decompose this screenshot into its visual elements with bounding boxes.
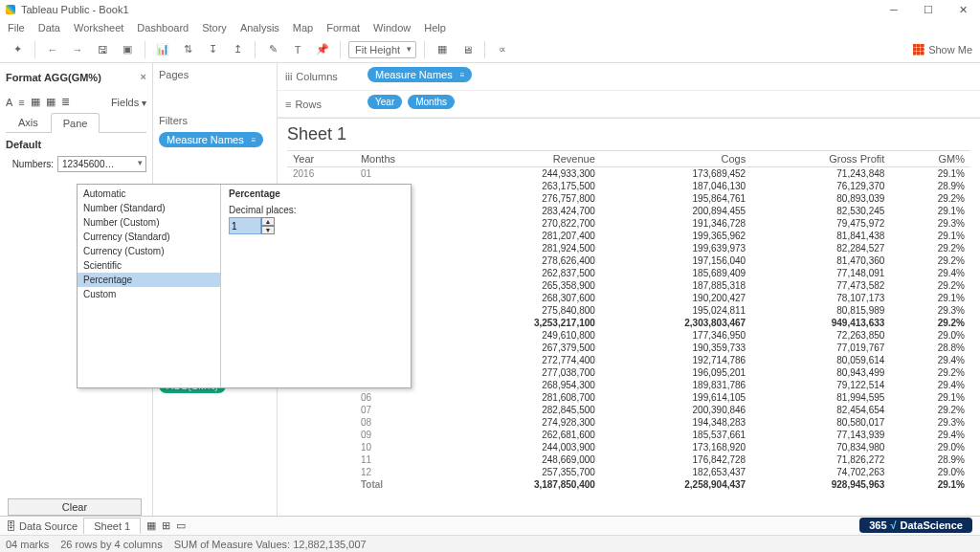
popup-heading: Percentage [229,188,403,199]
device-icon[interactable]: 🖥 [457,40,477,59]
col-revenue[interactable]: Revenue [451,151,601,167]
window-title: Tableau Public - Book1 [21,4,129,15]
col-year[interactable]: Year [287,151,355,167]
pin-icon[interactable]: 📌 [313,40,332,59]
status-dims: 26 rows by 4 columns [60,539,162,550]
menu-format[interactable]: Format [326,22,360,33]
forward-button[interactable]: → [68,40,87,59]
format-option[interactable]: Scientific [78,258,220,273]
decimal-places-label: Decimal places: [229,205,403,215]
spinner-down[interactable]: ▼ [261,226,275,234]
sheet-title: Sheet 1 [278,119,980,150]
status-sum: SUM of Measure Values: 12,882,135,007 [174,539,367,550]
menu-file[interactable]: File [8,22,25,33]
rows-pill-year[interactable]: Year [368,95,402,109]
filter-pill-measure-names[interactable]: Measure Names≡ [159,132,263,147]
table-row[interactable]: 08274,928,300194,348,28380,580,01729.3% [287,416,970,429]
format-option[interactable]: Percentage [78,273,220,287]
format-option[interactable]: Custom [78,287,220,301]
new-dashboard-icon[interactable]: ⊞ [162,519,170,532]
align-icon[interactable]: ≡ [18,97,24,108]
table-row[interactable]: 10244,003,900173,168,92070,834,98029.0% [287,441,970,453]
axis-tab[interactable]: Axis [6,112,51,132]
col-gm[interactable]: GM% [890,151,970,167]
numbers-combo[interactable]: 12345600… [57,156,146,172]
menu-analysis[interactable]: Analysis [240,22,279,33]
columns-shelf-label: iii Columns [285,71,362,82]
data-source-tab[interactable]: 🗄 Data Source [6,520,78,532]
fields-dropdown[interactable]: Fields ▾ [111,97,146,108]
table-row[interactable]: 06281,608,700199,614,10581,994,59529.1% [287,391,970,404]
spinner-up[interactable]: ▲ [261,217,275,226]
back-button[interactable]: ← [43,40,62,59]
menu-window[interactable]: Window [373,22,411,33]
status-marks: 04 marks [6,539,49,550]
menu-help[interactable]: Help [424,22,446,33]
menu-story[interactable]: Story [202,22,227,33]
col-gross-profit[interactable]: Gross Profit [751,151,890,167]
table-row[interactable]: 201601244,933,300173,689,45271,243,84829… [287,167,970,181]
sort-asc-icon[interactable]: ↧ [203,40,222,59]
present-icon[interactable]: ▦ [433,40,452,59]
chart-icon[interactable]: 📊 [153,40,172,59]
table-row[interactable]: 07282,845,500200,390,84682,454,65429.2% [287,404,970,416]
format-option[interactable]: Currency (Custom) [78,244,220,258]
show-me-icon [913,44,924,55]
col-cogs[interactable]: Cogs [601,151,751,167]
lines-icon[interactable]: ≣ [61,96,70,108]
minimize-button[interactable]: ─ [877,1,911,18]
rows-pill-months[interactable]: Months [408,95,455,109]
close-panel-icon[interactable]: × [141,71,146,82]
number-format-popup: AutomaticNumber (Standard)Number (Custom… [77,184,412,388]
fit-dropdown[interactable]: Fit Height [348,41,416,58]
table-row[interactable]: 11248,669,000176,842,72871,826,27228.9% [287,453,970,466]
decimal-places-input[interactable] [229,217,261,234]
columns-pill-measure-names[interactable]: Measure Names≡ [368,67,472,82]
default-section-label: Default [6,139,146,150]
shade-icon[interactable]: ▦ [31,96,40,108]
sort-desc-icon[interactable]: ↥ [228,40,247,59]
new-sheet-button[interactable]: ▣ [118,40,137,59]
format-panel-title: Format AGG(GM%) [6,72,101,83]
format-option[interactable]: Number (Standard) [78,201,220,215]
menu-data[interactable]: Data [38,22,60,33]
border-icon[interactable]: ▦ [46,96,56,108]
table-row[interactable]: 09262,681,600185,537,66177,143,93929.4% [287,429,970,441]
font-icon[interactable]: A [6,97,12,108]
filters-shelf-label: Filters [159,115,271,126]
new-story-icon[interactable]: ▭ [176,519,186,532]
show-me-button[interactable]: Show Me [913,44,972,55]
sheet-tab[interactable]: Sheet 1 [83,518,141,534]
app-logo [6,5,15,14]
format-option[interactable]: Number (Custom) [78,215,220,230]
menu-map[interactable]: Map [293,22,313,33]
table-row[interactable]: 12257,355,700182,653,43774,702,26329.0% [287,466,970,478]
numbers-label: Numbers: [6,159,54,169]
share-icon[interactable]: ∝ [493,40,512,59]
menu-dashboard[interactable]: Dashboard [137,22,189,33]
brand-badge: 365√DataScience [859,518,972,533]
highlight-icon[interactable]: ✎ [263,40,282,59]
menu-worksheet[interactable]: Worksheet [74,22,123,33]
tableau-icon[interactable]: ✦ [8,40,27,59]
format-option[interactable]: Automatic [78,187,220,201]
pane-tab[interactable]: Pane [51,113,100,133]
pages-shelf-label: Pages [159,69,271,80]
table-row[interactable]: Total3,187,850,4002,258,904,437928,945,9… [287,478,970,491]
col-months[interactable]: Months [355,151,451,167]
save-button[interactable]: 🖫 [93,40,112,59]
new-worksheet-icon[interactable]: ▦ [146,519,156,532]
label-icon[interactable]: T [288,40,307,59]
close-button[interactable]: ✕ [946,1,980,18]
clear-button[interactable]: Clear [8,498,142,516]
maximize-button[interactable]: ☐ [911,1,946,18]
format-option[interactable]: Currency (Standard) [78,230,220,244]
swap-icon[interactable]: ⇅ [178,40,197,59]
rows-shelf-label: ≡ Rows [285,99,362,110]
